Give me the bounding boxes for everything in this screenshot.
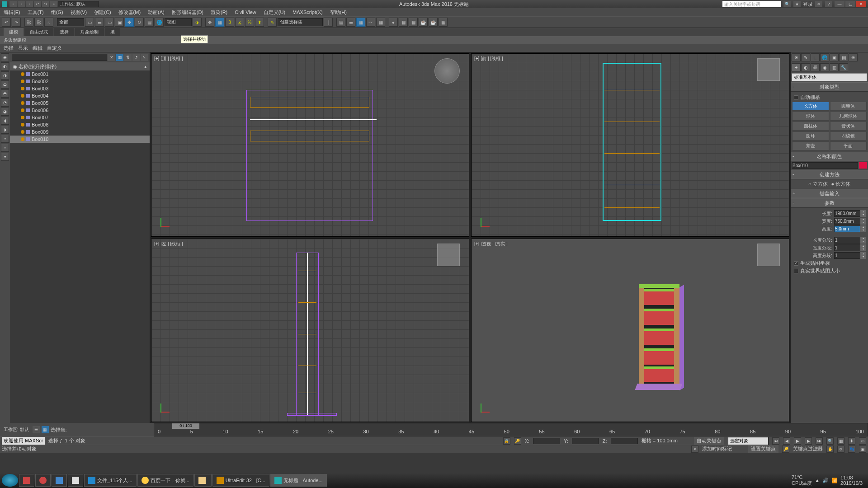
motion-tab-icon[interactable]: ◉ — [820, 63, 829, 71]
filter-xref-icon[interactable]: ◗ — [1, 126, 9, 134]
height-spinner[interactable]: ▴▾ — [860, 225, 866, 232]
tray-icon[interactable]: 📶 — [831, 478, 838, 483]
key-lock-icon[interactable]: 🔑 — [514, 437, 521, 445]
menu-view[interactable]: 视图(V) — [69, 9, 89, 16]
se-display[interactable]: 显示 — [18, 45, 28, 52]
safe-frame-icon[interactable]: ▣ — [830, 53, 839, 61]
menu-graph[interactable]: 图形编辑器(D) — [170, 9, 205, 16]
filter-camera-icon[interactable]: ◒ — [1, 80, 9, 89]
schematic-icon[interactable]: ▦ — [376, 18, 385, 27]
render-frame-icon[interactable]: ▦ — [409, 18, 418, 27]
gear-icon[interactable]: ✳ — [849, 53, 858, 61]
menu-animation[interactable]: 动画(A) — [146, 9, 166, 16]
setkey-button[interactable]: 设置关键点 — [748, 445, 778, 453]
time-tag-icon[interactable]: ▾ — [691, 446, 698, 453]
window-crossing-icon[interactable]: ▣ — [115, 18, 124, 27]
scene-item[interactable]: Box003 — [10, 85, 150, 92]
scene-item[interactable]: Box001 — [10, 70, 150, 78]
qat-new-icon[interactable]: ▫ — [9, 1, 17, 7]
autokey-button[interactable]: 自动关键点 — [694, 437, 724, 445]
filter-all-icon[interactable]: ▾ — [1, 153, 9, 161]
lseg-spinner[interactable]: ▴▾ — [860, 237, 866, 244]
goto-end-icon[interactable]: ⏭ — [816, 437, 823, 445]
system-tray[interactable]: 71°CCPU温度 ▲ 🔊 📶 11:082019/10/3 — [792, 474, 866, 487]
toggle-ribbon-icon[interactable]: ▦ — [356, 18, 365, 27]
hseg-spinner[interactable]: ▴▾ — [860, 252, 866, 259]
nav-zoomall-icon[interactable]: ▦ — [837, 437, 844, 445]
prim-pyramid-button[interactable]: 四棱锥 — [830, 131, 867, 141]
menu-help[interactable]: 帮助(H) — [328, 9, 349, 16]
scene-item[interactable]: Box008 — [10, 121, 150, 128]
ribtab-freeform[interactable]: 自由形式 — [24, 28, 53, 36]
menu-create[interactable]: 创建(C) — [92, 9, 113, 16]
scene-column-header[interactable]: ◉ 名称(按升序排序)▴ — [10, 62, 150, 70]
named-selection-dropdown[interactable]: 创建选择集 — [278, 18, 323, 26]
viewport-front[interactable]: [+] [前 ] [线框 ] — [471, 53, 789, 237]
bind-icon[interactable]: ≈ — [44, 18, 53, 27]
ref-coord-dropdown[interactable]: 视图 — [165, 18, 192, 26]
width-input[interactable] — [834, 218, 860, 225]
realworld-checkbox[interactable] — [794, 269, 798, 273]
task-item[interactable]: 百度一下，你就... — [137, 474, 193, 487]
z-coord-input[interactable] — [611, 438, 638, 444]
prim-plane-button[interactable]: 平面 — [830, 141, 867, 150]
qat-save-icon[interactable]: ▫ — [26, 1, 33, 7]
filter-hidden-icon[interactable]: ▫ — [1, 144, 9, 152]
undo-icon[interactable]: ↶ — [2, 18, 11, 27]
maximize-button[interactable]: ▢ — [845, 1, 855, 7]
rollout-object-type[interactable]: -对象类型 — [791, 82, 868, 92]
viewport-left[interactable]: [+] [左 ] [线框 ] — [151, 239, 469, 422]
scene-item[interactable]: Box002 — [10, 78, 150, 85]
select-move-button[interactable]: ✥ — [125, 18, 134, 27]
se-edit[interactable]: 编辑 — [33, 45, 42, 52]
task-pinned[interactable] — [52, 474, 67, 487]
autogrid-checkbox[interactable] — [794, 95, 798, 100]
angle-snap-icon[interactable]: ∡ — [235, 18, 244, 27]
globe-icon[interactable]: 🌐 — [820, 53, 829, 61]
curve-editor-icon[interactable]: 〰 — [366, 18, 375, 27]
y-coord-input[interactable] — [572, 438, 599, 444]
scene-item[interactable]: Box009 — [10, 128, 150, 136]
ribtab-selection[interactable]: 选择 — [54, 28, 74, 36]
next-frame-icon[interactable]: ▶ — [805, 437, 812, 445]
display-tab-icon[interactable]: ▥ — [830, 63, 839, 71]
scene-sort-icon[interactable]: ⇅ — [124, 54, 132, 61]
viewcube-top[interactable] — [434, 58, 460, 84]
view-stat-icon[interactable]: ▤ — [839, 53, 848, 61]
qat-link-icon[interactable]: ▫ — [50, 1, 57, 7]
scene-item[interactable]: Box004 — [10, 92, 150, 99]
x-coord-input[interactable] — [533, 438, 560, 444]
utilities-tab-icon[interactable]: 🔧 — [839, 63, 848, 71]
filter-geometry-icon[interactable]: ◉ — [1, 53, 9, 61]
viewcube-left[interactable] — [437, 244, 460, 266]
task-item[interactable] — [194, 474, 212, 487]
modify-tab-icon[interactable]: ◐ — [801, 63, 810, 71]
prim-box-button[interactable]: 长方体 — [792, 102, 829, 111]
filter-bone-icon[interactable]: ◕ — [1, 108, 9, 116]
layer-toggle-icon[interactable]: ☰ — [33, 426, 40, 433]
filter-shape-icon[interactable]: ◐ — [1, 62, 9, 70]
scene-item[interactable]: Box007 — [10, 114, 150, 121]
viewcube-persp[interactable] — [757, 244, 780, 266]
ref-coord-icon[interactable]: 🌐 — [155, 18, 164, 27]
clock[interactable]: 11:082019/10/3 — [840, 475, 863, 486]
hierarchy-tab-icon[interactable]: 品 — [811, 63, 820, 71]
menu-tools[interactable]: 工具(T) — [26, 9, 46, 16]
manipulate-icon[interactable]: ✥ — [205, 18, 214, 27]
snap-ortho-icon[interactable]: ∟ — [811, 53, 820, 61]
spinner-snap-icon[interactable]: ⬍ — [255, 18, 264, 27]
prim-cylinder-button[interactable]: 圆柱体 — [792, 122, 829, 131]
scene-item[interactable]: Box005 — [10, 99, 150, 107]
scene-search-input[interactable] — [12, 54, 107, 61]
width-spinner[interactable]: ▴▾ — [860, 218, 866, 225]
prim-cone-button[interactable]: 圆锥体 — [830, 102, 867, 111]
scene-item-selected[interactable]: Box010 — [10, 136, 150, 143]
ribtab-paint[interactable]: 对象绘制 — [75, 28, 104, 36]
vp-top-label[interactable]: [+] [顶 ] [线框 ] — [154, 56, 183, 62]
redo-icon[interactable]: ↷ — [12, 18, 21, 27]
scene-item[interactable]: Box006 — [10, 107, 150, 114]
menu-maxscript[interactable]: MAXScript(X) — [291, 9, 325, 15]
material-icon[interactable]: ● — [389, 18, 398, 27]
task-item-active[interactable]: 无标题 - Autode... — [270, 474, 327, 487]
viewcube-front[interactable] — [757, 58, 780, 81]
